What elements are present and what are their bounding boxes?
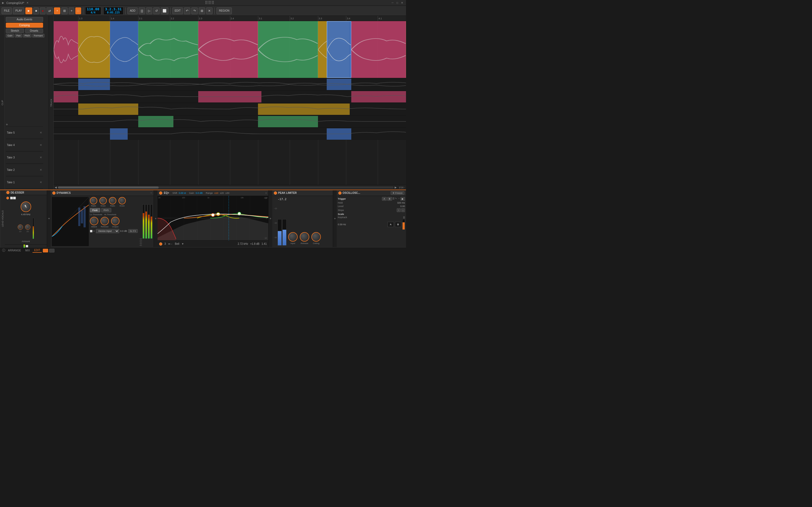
de-esser-level-knob[interactable] [18,224,23,230]
sc-fx-button[interactable]: Sc FX [128,229,138,233]
eq-power[interactable] [159,191,162,194]
peak-limiter-power[interactable] [274,191,277,194]
record-button[interactable]: ● [40,7,45,14]
oscilloscope-power[interactable] [338,191,342,194]
comp-clip-pink-2[interactable] [198,21,258,78]
take5-close[interactable]: ✕ [40,131,42,134]
color-icon-2[interactable] [49,249,54,252]
dynamics-ratio1-knob[interactable] [90,197,97,205]
trig-bar-icon[interactable]: ||| [393,197,394,201]
peak-release-knob[interactable] [300,232,309,242]
take3-track[interactable] [54,103,406,115]
gain-button[interactable]: Gain [6,34,14,38]
bounce-button[interactable]: ↺ [153,7,160,14]
stretch-button[interactable]: Stretch [6,29,24,33]
freeze-button[interactable]: ❄ Freeze [391,191,404,195]
export-button[interactable]: ⬜ [161,7,168,14]
comping-button[interactable]: Comping [6,23,43,28]
trig-b-button[interactable]: B [387,197,392,201]
scroll-track[interactable] [58,186,394,188]
dynamics-power[interactable] [52,191,55,194]
add-effect-btn-4[interactable]: + [333,190,337,247]
scroll-right-icon[interactable]: ▶ [395,186,397,189]
audio-events-button[interactable]: Audio Events [6,17,43,22]
take4-close[interactable]: ✕ [40,144,42,147]
play2-button[interactable]: ▷ [146,7,152,14]
formant-button[interactable]: Formant [32,34,44,38]
add-track-button[interactable]: + [69,7,74,14]
grid-button[interactable]: ⊞ [61,7,68,14]
comp-clip-blue-1[interactable] [110,21,138,78]
take3-close[interactable]: ✕ [40,156,42,159]
onsets-button[interactable]: Onsets [25,29,43,33]
eq-range3[interactable]: ±30 [225,192,230,194]
output-knob[interactable] [111,217,119,225]
color-icon-1[interactable] [43,249,48,252]
comp-clip-pink-3[interactable] [351,21,406,78]
dynamics-knee2-knob[interactable] [118,197,126,205]
dynamics-curve[interactable] [52,197,89,246]
mix-tab[interactable]: MIX [23,248,32,252]
play-label-button[interactable]: PLAY [13,7,24,14]
comp-clip-green-2[interactable] [258,21,318,78]
take5-track[interactable] [54,78,406,90]
de-esser-freq-knob[interactable] [20,202,31,212]
comp-clip-green-1[interactable] [138,21,198,78]
stop-button[interactable]: ■ [33,7,39,14]
take2-close[interactable]: ✕ [40,168,42,172]
redo-button[interactable]: ↷ [191,7,198,14]
add-effect-btn-1[interactable]: + [47,190,51,247]
dynamics-knee1-knob[interactable] [99,197,107,205]
comp-clip-blue-2[interactable] [327,21,351,78]
loop-button[interactable]: ⇄ [47,7,53,14]
close-icon[interactable]: ✕ [400,1,404,5]
eq-range-val[interactable]: ±10 [214,192,218,194]
tempo-display[interactable]: 110.00 4/4 [85,7,101,15]
release-knob[interactable] [100,217,109,225]
eq-expand-icon[interactable]: ↕ [265,191,267,194]
delete-button[interactable]: ✕ [206,7,212,14]
peak-ceiling-knob[interactable] [311,232,321,242]
eq-power-icon[interactable] [159,242,162,245]
dynamics-ratio2-knob[interactable] [109,197,116,205]
minimize-icon[interactable]: ─ [391,1,394,5]
trig-arrow-icon[interactable]: → [398,197,400,201]
scroll-left-icon[interactable]: ◀ [55,186,57,189]
slope-down-button[interactable]: ↓ [401,208,405,212]
comp-clip-pink-1[interactable] [54,21,78,78]
eq-band-select[interactable]: ▼ [181,242,184,245]
peak-button[interactable]: Peak [90,208,100,212]
trig-play-button[interactable]: ▶ [400,197,405,201]
scrollbar[interactable]: ◀ ▶ 1/16 - [54,185,406,189]
copy-button[interactable]: ⊞ [199,7,205,14]
region-button[interactable]: REGION [216,7,232,14]
pan-button[interactable]: Pan [15,34,22,38]
edit-button[interactable]: EDIT [172,7,183,14]
file-button[interactable]: FILE [2,7,12,14]
dynamics-collapse[interactable]: − [150,191,152,194]
edit-mode-button[interactable]: □ [75,7,81,14]
pitch-button[interactable]: Pitch [23,34,32,38]
play-button[interactable]: ▶ [26,7,32,14]
ruler[interactable]: 1.3 1.4 2.1 2.2 2.3 2.4 3.1 3.2 3.3 3.4 … [54,16,406,21]
position-display[interactable]: 3.2.3.31 0:05.225 [103,7,124,15]
eq-range2[interactable]: ±20 [220,192,224,194]
punch-button[interactable]: + [54,7,60,14]
waveform-area[interactable] [54,21,406,185]
de-esser-level2-knob[interactable] [25,224,31,230]
rms-button[interactable]: RMS [101,208,111,212]
maximize-icon[interactable]: □ [395,1,399,5]
take2-track[interactable] [54,115,406,127]
attack-knob[interactable] [90,217,98,225]
arrange-tab[interactable]: ARRANGE [6,248,22,252]
comp-clip-gold-1[interactable] [78,21,110,78]
dynamics-input-select[interactable]: Device Input [96,229,119,233]
take1-close[interactable]: ✕ [40,181,42,184]
peak-input-knob[interactable] [288,232,298,242]
edit-tab[interactable]: EDIT [33,248,42,253]
close-tab-icon[interactable]: ✕ [27,1,29,4]
de-esser-power[interactable] [6,191,9,194]
scroll-thumb[interactable] [58,186,159,188]
slope-up-button[interactable]: ↑ [397,208,401,212]
undo-button[interactable]: ↶ [184,7,190,14]
